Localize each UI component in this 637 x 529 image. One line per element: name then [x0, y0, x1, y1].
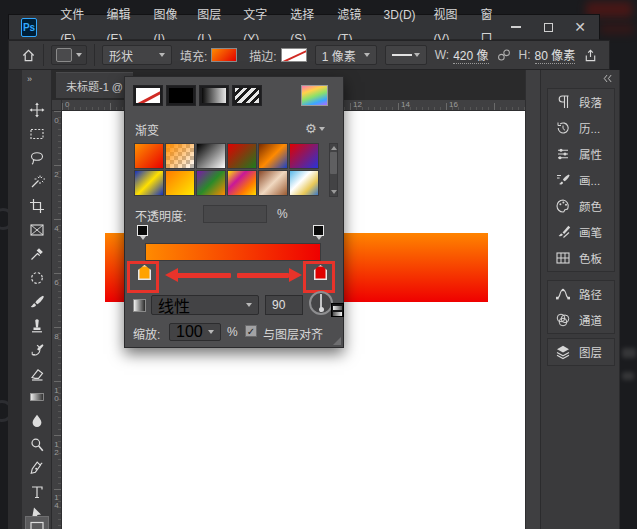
history-brush-tool[interactable]: [25, 339, 49, 361]
maximize-icon[interactable]: [539, 19, 557, 35]
blur-tool[interactable]: [25, 410, 49, 432]
crop-icon: [29, 198, 45, 214]
brush-tool[interactable]: [25, 291, 49, 313]
stroke-style-select[interactable]: [385, 45, 427, 65]
brushes-icon: [555, 224, 571, 240]
rectangle-tool[interactable]: [25, 516, 49, 529]
brush-settings-icon: [555, 172, 571, 188]
color-picker-swatch[interactable]: [301, 85, 328, 106]
ruler-top-label: 0: [65, 101, 69, 109]
dock-group-3: 图层: [547, 338, 615, 366]
dock-item-paths[interactable]: 路径: [548, 281, 614, 307]
height-value[interactable]: 80 像素: [535, 46, 576, 64]
type-tool[interactable]: [25, 481, 49, 503]
scroll-down-icon[interactable]: [331, 190, 337, 194]
frame-icon: [29, 222, 45, 238]
rectangular-marquee-tool[interactable]: [25, 123, 49, 145]
opacity-unit: %: [277, 207, 288, 221]
minimize-icon[interactable]: [507, 19, 525, 35]
gradient-preset-6[interactable]: [289, 143, 319, 169]
magic-wand-tool[interactable]: [25, 171, 49, 193]
dock-item-paragraph[interactable]: 段落: [548, 89, 614, 115]
gradient-preset-4[interactable]: [227, 143, 257, 169]
pattern-button[interactable]: [232, 85, 262, 106]
ruler-top-label: 12: [353, 101, 362, 109]
clone-stamp-tool[interactable]: [25, 315, 49, 337]
clone-stamp-icon: [29, 318, 45, 334]
dock-item-layers[interactable]: 图层: [548, 339, 614, 365]
ruler-left-label: 6: [52, 278, 60, 286]
dock-item-swatches[interactable]: 色板: [548, 245, 614, 271]
dock-item-properties[interactable]: 属性: [548, 141, 614, 167]
opacity-input[interactable]: [203, 205, 267, 223]
home-icon[interactable]: [21, 48, 36, 63]
gradient-editor-bar[interactable]: [145, 243, 321, 261]
gradient-style-select[interactable]: 线性: [151, 295, 259, 315]
dock-item-history[interactable]: 历...: [548, 115, 614, 141]
move-tool[interactable]: [25, 99, 49, 121]
opacity-stop-left[interactable]: [137, 225, 148, 236]
dock-item-brush-settings[interactable]: 画...: [548, 167, 614, 193]
angle-input[interactable]: 90: [265, 295, 303, 315]
link-dimensions-icon[interactable]: [497, 48, 511, 62]
gradient-preset-11[interactable]: [258, 170, 288, 196]
crop-tool[interactable]: [25, 195, 49, 217]
pen-tool[interactable]: [25, 457, 49, 479]
reverse-gradient-icon[interactable]: [331, 303, 344, 317]
scrollbar-thumb[interactable]: [330, 152, 337, 174]
dock-item-color[interactable]: 颜色: [548, 193, 614, 219]
presets-scrollbar[interactable]: [329, 143, 338, 197]
gradient-tool[interactable]: [25, 386, 49, 408]
close-icon[interactable]: ✕: [571, 19, 589, 35]
tool-mode-select[interactable]: 形状: [102, 45, 172, 65]
gradient-preset-10[interactable]: [227, 170, 257, 196]
angle-dial[interactable]: [309, 291, 333, 315]
ruler-left-label: 14: [52, 493, 60, 509]
dock-item-brushes[interactable]: 画笔: [548, 219, 614, 245]
document-tab[interactable]: 未标题-1 @: [56, 72, 133, 98]
frame-tool[interactable]: [25, 219, 49, 241]
dock-item-label: 历...: [579, 120, 600, 136]
opacity-stop-right[interactable]: [313, 225, 324, 236]
gradient-method-icon[interactable]: [133, 299, 146, 312]
fill-swatch[interactable]: [211, 48, 237, 62]
gradient-preset-5[interactable]: [258, 143, 288, 169]
no-color-button[interactable]: [133, 85, 163, 106]
gradient-preset-9[interactable]: [196, 170, 226, 196]
dock-collapse-icon[interactable]: [601, 73, 613, 84]
dodge-tool[interactable]: [25, 434, 49, 456]
gradient-preset-12[interactable]: [289, 170, 319, 196]
toolbar-collapse-icon[interactable]: »: [27, 74, 31, 84]
stroke-width-select[interactable]: 1 像素: [315, 45, 377, 65]
scroll-up-icon[interactable]: [331, 146, 337, 150]
lasso-tool[interactable]: [25, 147, 49, 169]
gradient-icon: [202, 88, 226, 103]
gradient-preset-7[interactable]: [134, 170, 164, 196]
stroke-swatch[interactable]: [281, 48, 307, 62]
gradient-preset-3[interactable]: [196, 143, 226, 169]
solid-color-button[interactable]: [166, 85, 196, 106]
healing-brush-tool[interactable]: [25, 267, 49, 289]
gradient-preset-1[interactable]: [134, 143, 164, 169]
ruler-left-label: 12: [52, 440, 60, 456]
pen-icon: [29, 460, 45, 476]
panel-resize-grip[interactable]: [333, 337, 341, 345]
gradient-button[interactable]: [199, 85, 229, 106]
gradient-preset-2[interactable]: [165, 143, 195, 169]
dock-item-channels[interactable]: 通道: [548, 307, 614, 333]
gradient-preset-8[interactable]: [165, 170, 195, 196]
eyedropper-tool[interactable]: [25, 243, 49, 265]
annotation-box-left: [127, 261, 159, 293]
width-value[interactable]: 420 像: [453, 46, 488, 64]
panel-settings[interactable]: ⚙: [305, 121, 325, 136]
eraser-tool[interactable]: [25, 363, 49, 385]
annotation-arrow-left-shaft: [177, 273, 231, 278]
scale-select[interactable]: 100: [169, 323, 221, 341]
dock-group-2: 路径通道: [547, 280, 615, 334]
eyedropper-icon: [29, 246, 45, 262]
export-icon[interactable]: [583, 48, 598, 63]
tool-preset-picker[interactable]: [51, 45, 87, 65]
paragraph-icon: [555, 94, 571, 110]
align-with-layer-checkbox[interactable]: ✓: [245, 325, 257, 337]
gradient-icon: [29, 389, 45, 405]
